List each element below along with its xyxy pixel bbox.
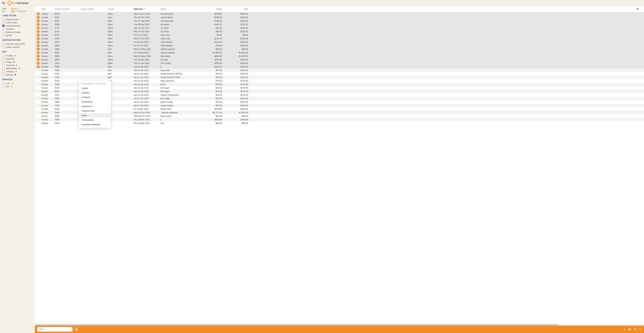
filter-checkbox[interactable] [2,34,4,36]
table-row[interactable]: ✓Invoice5607officeThu 06 Jul 2023Jake Ra… [35,40,644,44]
row-checkbox[interactable]: ✓ [37,55,40,57]
table-row[interactable]: Invoice5047Sat 01 Apr 2023bill mayer$70.… [35,90,644,93]
filter-item[interactable]: Tuesday [2,70,32,73]
app-logo[interactable]: ish®onCourse™ [8,1,30,5]
table-body[interactable]: ✓Invoice6039officeWed 15 Nov 2023TestDmi… [35,12,644,324]
filter-checkbox[interactable] [2,31,4,33]
search-field-wrap[interactable] [37,327,72,332]
table-row[interactable]: ✓Invoice5632webFri 12 May 2023James Supp… [35,51,644,54]
header-owing[interactable]: Owing [204,8,223,10]
filterby-tab-checklists[interactable]: Checklists [17,10,27,13]
settings-button[interactable] [638,328,642,331]
table-row[interactable]: ✓Invoice5505webWed 31 May 2023James Supp… [35,47,644,51]
filter-item[interactable]: 1111 [2,82,32,85]
table-row[interactable]: Invoice5305webSat 01 Apr 2023DmitryTestO… [35,75,644,79]
share-button[interactable] [633,328,636,331]
table-row[interactable]: Invoice5208webSat 01 Apr 2023Ryan newman… [35,79,644,83]
row-checkbox[interactable]: ✓ [37,34,40,36]
table-row[interactable]: ✓Invoice5609officeThu 13 Apr 2023tom jom… [35,58,644,61]
header-date-due[interactable]: Date due [134,8,160,10]
filter-checkbox[interactable] [2,46,4,48]
row-checkbox[interactable]: ✓ [37,37,40,40]
column-visibility-button[interactable] [249,7,643,11]
row-checkbox[interactable]: ✓ [37,30,40,33]
hamburger-menu-icon[interactable] [2,1,6,5]
context-menu-item-contacts[interactable]: Contacts [79,95,111,99]
context-menu-item-transactions[interactable]: Transactions [79,118,111,122]
table-row[interactable]: Invoice5406webSat 01 Apr 2023tony what$7… [35,68,644,72]
context-menu-item-payment-in[interactable]: Payment In [79,104,111,109]
filter-item[interactable]: Sunday [2,54,32,57]
table-row[interactable]: ✓Invoice5715officeMon 24 Jul 2023Jin Jin… [35,26,644,30]
filter-checkbox[interactable] [2,21,4,24]
filter-item[interactable]: Balanced (paid) [2,30,32,34]
filter-item[interactable]: Unpaid invoices [2,24,32,27]
filter-checkbox[interactable] [2,25,4,27]
filter-item[interactable]: Quote [2,34,32,37]
header-name[interactable]: Name [160,8,204,10]
header-source[interactable]: Source [108,8,134,10]
table-row[interactable]: ✓Invoice5530officeWed 03 May 2023Bob Jon… [35,54,644,58]
horizontal-scrollbar[interactable] [35,324,644,326]
filter-item[interactable]: Payment plan [2,18,32,21]
row-checkbox[interactable]: ✓ [37,65,40,68]
filter-item[interactable]: Wednesday [2,67,32,70]
row-checkbox[interactable]: ✓ [37,58,40,61]
filter-item[interactable]: Friday [2,60,32,64]
table-row[interactable]: Invoice4209ceThu 15 Dec 2022tom$50.00$50… [35,121,644,125]
table-row[interactable]: Invoice5048Sat 01 Apr 2023bill mayer$70.… [35,86,644,90]
filter-item[interactable]: Invoices owing 2020 [2,42,32,45]
table-row[interactable]: Invoice5584ceFri 24 Mar 2023Dmitry Test$… [35,107,644,111]
context-menu-item-classes[interactable]: Classes [79,90,111,95]
filter-item[interactable]: Saturday [2,57,32,60]
row-checkbox[interactable]: ✓ [37,16,40,19]
table-row[interactable]: Invoice4044Sat 01 Apr 2023toni childs$70… [35,97,644,100]
table-row[interactable]: ✓Invoice5846officeTue 05 Sep 2023jim ban… [35,23,644,26]
search-file-button[interactable] [74,327,78,332]
context-menu-item-audits[interactable]: Audits [79,86,111,90]
row-checkbox[interactable]: ✓ [37,44,40,47]
header-invoice-number[interactable]: Invoice number [55,8,81,10]
filter-checkbox[interactable] [2,28,4,30]
table-row[interactable]: ✓Invoice5610officeTue 11 Apr 2023Tom Jon… [35,61,644,65]
table-row[interactable]: Invoice5089Sat 01 Apr 2023jones$70.00$27… [35,83,644,86]
row-checkbox[interactable]: ✓ [37,12,40,15]
filter-checkbox[interactable] [2,61,4,63]
table-row[interactable]: Invoice5466ceWed 08 Feb 2023Mark asdad$4… [35,114,644,118]
row-checkbox[interactable]: ✓ [37,20,40,22]
filter-checkbox[interactable] [2,43,4,45]
row-checkbox[interactable]: ✓ [37,62,40,64]
header-type[interactable]: Type [41,8,55,10]
filter-checkbox[interactable] [2,82,4,84]
filter-checkbox[interactable] [2,85,4,88]
context-menu-item-sales[interactable]: Sales [79,113,111,118]
filter-checkbox[interactable] [2,70,4,73]
table-row[interactable]: ✓Invoice5847officeThu 07 Sep 2023Toni Aa… [35,19,644,23]
filter-checkbox[interactable] [2,54,4,57]
table-row[interactable]: ✓Invoice6005webThu 02 Nov 2023James Bank… [35,15,644,19]
filter-item[interactable]: online overdue [2,45,32,49]
filter-item[interactable]: Thursday [2,64,32,67]
row-checkbox[interactable]: ✓ [37,23,40,26]
table-row[interactable]: ✓Invoice6039officeWed 15 Nov 2023TestDmi… [35,12,644,15]
filter-item[interactable]: Overdue [2,27,32,30]
view-toggle-button[interactable] [628,328,632,331]
table-row[interactable]: Invoice3749Sat 01 Apr 2023wwew Gabby$70.… [35,104,644,107]
row-checkbox[interactable]: ✓ [37,27,40,29]
table-row[interactable]: Invoice3980Sat 01 Apr 2023james hanley$7… [35,100,644,104]
filter-checkbox[interactable] [2,18,4,20]
filter-checkbox[interactable] [2,67,4,69]
filter-item[interactable]: 222 [2,85,32,88]
table-row[interactable]: ✓Invoice5727officeFri 21 Jul 2023Gloss S… [35,33,644,37]
table-row[interactable]: ✓Invoice5384officeFri 23 Jun 2023Child B… [35,44,644,47]
row-checkbox[interactable]: ✓ [37,48,40,50]
table-row[interactable]: Invoice5346ceThu 29 Dec 2022q$300.00$450… [35,118,644,121]
search-input[interactable] [39,328,71,331]
table-row[interactable]: Invoice5484ceWed 15 Feb 2023`sdfasdf asd… [35,111,644,114]
table-row[interactable]: Invoice5325webSat 01 Apr 2023DmitryTestO… [35,72,644,75]
filter-item[interactable]: Credit notes [2,21,32,24]
header-quote-number[interactable]: Quote number [81,8,108,10]
context-menu-item-enrolments[interactable]: Enrolments [79,99,111,104]
row-checkbox[interactable]: ✓ [37,51,40,54]
filter-item[interactable]: Monday [2,73,32,76]
